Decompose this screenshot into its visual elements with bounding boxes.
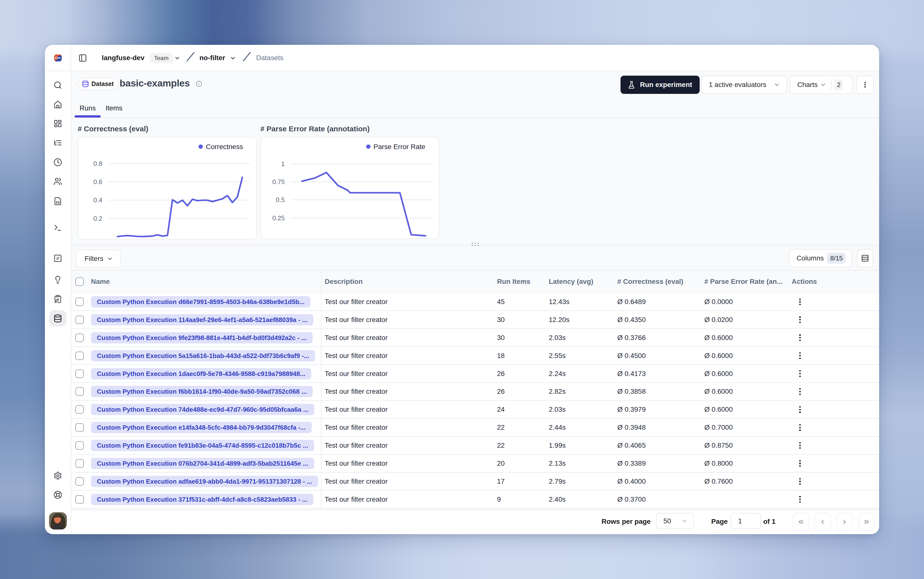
svg-text:0.8: 0.8 bbox=[93, 160, 102, 167]
svg-text:Parse Error Rate: Parse Error Rate bbox=[374, 143, 425, 150]
svg-text:0.2: 0.2 bbox=[93, 215, 102, 222]
svg-text:0.6: 0.6 bbox=[93, 178, 102, 185]
svg-text:Correctness: Correctness bbox=[206, 143, 243, 150]
svg-text:0.75: 0.75 bbox=[272, 178, 285, 185]
svg-text:0.4: 0.4 bbox=[93, 196, 102, 204]
svg-text:0.5: 0.5 bbox=[276, 196, 285, 203]
svg-text:0.25: 0.25 bbox=[272, 214, 285, 222]
svg-text:1: 1 bbox=[281, 160, 285, 168]
